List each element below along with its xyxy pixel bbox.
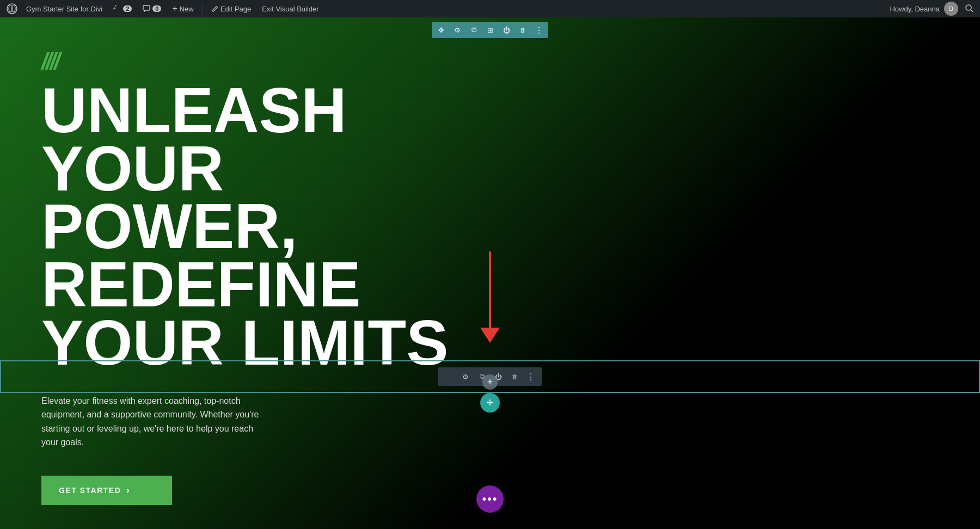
history-item[interactable]: 2 (109, 3, 136, 15)
slash-decoration: //// (41, 50, 939, 73)
history-count: 2 (123, 5, 132, 12)
row-move-icon[interactable] (443, 371, 455, 383)
row-settings-icon[interactable] (460, 371, 471, 383)
get-started-button[interactable]: GET STARTED › (41, 476, 172, 505)
section-power-icon[interactable] (500, 24, 512, 36)
comments-item[interactable]: 0 (138, 3, 166, 15)
site-name-item[interactable]: Gym Starter Site for Divi (22, 3, 107, 15)
cta-label: GET STARTED (59, 486, 121, 495)
comments-count: 0 (152, 5, 161, 12)
section-move-icon[interactable] (435, 24, 447, 36)
svg-point-2 (11, 5, 15, 12)
admin-bar-right: Howdy, Deanna D (890, 2, 976, 16)
bottom-dots-label: ••• (482, 492, 498, 506)
edit-page-label: Edit Page (220, 5, 251, 13)
site-name-label: Gym Starter Site for Divi (26, 5, 102, 13)
edit-page-item[interactable]: Edit Page (207, 3, 255, 15)
section-copy-icon[interactable] (468, 24, 480, 36)
new-item[interactable]: + New (168, 2, 198, 16)
bottom-options-button[interactable]: ••• (476, 485, 504, 513)
section-settings-icon[interactable] (451, 24, 463, 36)
exit-builder-label: Exit Visual Builder (262, 5, 319, 13)
row-delete-icon[interactable] (509, 371, 520, 383)
hero-headline: UNLEASH YOUR POWER, REDEFINE YOUR LIMITS (41, 82, 493, 372)
section-toolbar (432, 22, 548, 38)
hero-subtext: Elevate your fitness with expert coachin… (41, 394, 270, 450)
hero-section: //// UNLEASH YOUR POWER, REDEFINE YOUR L… (0, 17, 980, 377)
admin-bar: Gym Starter Site for Divi 2 0 + New Edit… (0, 0, 980, 17)
exit-builder-item[interactable]: Exit Visual Builder (258, 3, 323, 15)
svg-rect-3 (143, 5, 150, 10)
new-label: New (180, 5, 194, 13)
wp-logo[interactable] (4, 1, 20, 16)
add-section-button[interactable]: + (480, 393, 500, 413)
howdy-text: Howdy, Deanna (890, 5, 940, 13)
section-more-icon[interactable] (533, 24, 545, 36)
page-canvas: //// UNLEASH YOUR POWER, REDEFINE YOUR L… (0, 17, 980, 529)
avatar[interactable]: D (944, 2, 958, 16)
section-delete-icon[interactable] (517, 24, 529, 36)
svg-point-4 (966, 5, 971, 10)
row-more-icon[interactable] (525, 371, 537, 383)
cta-arrow-icon: › (126, 485, 130, 495)
separator (203, 3, 203, 14)
search-icon[interactable] (963, 2, 976, 16)
svg-line-5 (971, 10, 973, 12)
section-layout-icon[interactable] (484, 24, 496, 36)
add-row-button[interactable]: + (482, 374, 498, 390)
